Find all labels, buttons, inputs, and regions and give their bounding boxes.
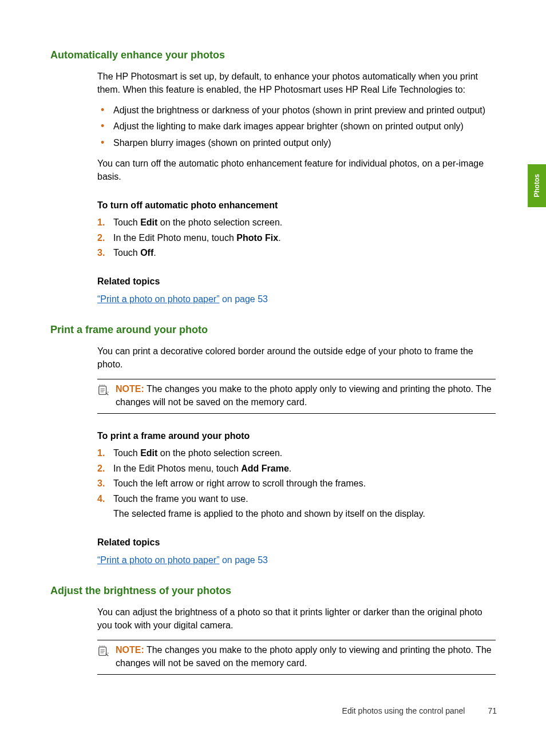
section-brightness: Adjust the brightness of your photos You… <box>50 584 496 675</box>
section-brightness-body: You can adjust the brightness of a photo… <box>97 606 496 675</box>
step-item: Touch Edit on the photo selection screen… <box>97 216 496 229</box>
chapter-tab-label: Photos <box>532 174 542 197</box>
frame-proc-title: To print a frame around your photo <box>97 430 496 442</box>
chapter-tab: Photos <box>528 164 546 207</box>
note-text: The changes you make to the photo apply … <box>116 384 492 406</box>
section-title-brightness: Adjust the brightness of your photos <box>50 584 496 598</box>
page-footer: Edit photos using the control panel 71 <box>342 706 497 717</box>
step-item: Touch Off. <box>97 247 496 259</box>
related-link[interactable]: “Print a photo on photo paper” <box>97 555 219 565</box>
step-item: In the Edit Photo menu, touch Photo Fix. <box>97 232 496 244</box>
step-item: In the Edit Photos menu, touch Add Frame… <box>97 462 496 475</box>
list-item: Sharpen blurry images (shown on printed … <box>97 137 496 149</box>
section-frame: Print a frame around your photo You can … <box>50 323 496 567</box>
section-enhance-body: The HP Photosmart is set up, by default,… <box>97 70 496 306</box>
related-link-suffix: on page 53 <box>219 294 268 304</box>
note-icon <box>97 645 110 658</box>
step-extra: The selected frame is applied to the pho… <box>97 508 496 520</box>
enhance-steps: Touch Edit on the photo selection screen… <box>97 216 496 259</box>
section-title-frame: Print a frame around your photo <box>50 323 496 337</box>
enhance-related-link-row: “Print a photo on photo paper” on page 5… <box>97 293 496 306</box>
frame-related-title: Related topics <box>97 536 496 549</box>
section-title-enhance: Automatically enhance your photos <box>50 48 496 62</box>
note-box: NOTE: The changes you make to the photo … <box>97 379 496 414</box>
enhance-related-title: Related topics <box>97 275 496 288</box>
enhance-intro: The HP Photosmart is set up, by default,… <box>97 70 496 96</box>
list-item: Adjust the lighting to make dark images … <box>97 120 496 133</box>
frame-steps: Touch Edit on the photo selection screen… <box>97 447 496 505</box>
note-box: NOTE: The changes you make to the photo … <box>97 640 496 675</box>
note-text: The changes you make to the photo apply … <box>116 645 492 667</box>
section-enhance: Automatically enhance your photos The HP… <box>50 48 496 306</box>
step-item: Touch the frame you want to use. <box>97 493 496 505</box>
page-number: 71 <box>488 706 497 717</box>
enhance-proc-title: To turn off automatic photo enhancement <box>97 199 496 212</box>
footer-text: Edit photos using the control panel <box>342 706 465 717</box>
note-icon <box>97 384 110 397</box>
enhance-bullets: Adjust the brightness or darkness of you… <box>97 104 496 149</box>
frame-related-link-row: “Print a photo on photo paper” on page 5… <box>97 554 496 567</box>
page-content: Automatically enhance your photos The HP… <box>0 0 546 675</box>
step-item: Touch the left arrow or right arrow to s… <box>97 477 496 490</box>
related-link[interactable]: “Print a photo on photo paper” <box>97 294 219 304</box>
brightness-intro: You can adjust the brightness of a photo… <box>97 606 496 632</box>
list-item: Adjust the brightness or darkness of you… <box>97 104 496 117</box>
step-item: Touch Edit on the photo selection screen… <box>97 447 496 460</box>
note-label: NOTE: <box>116 645 144 655</box>
note-label: NOTE: <box>116 384 144 394</box>
enhance-after: You can turn off the automatic photo enh… <box>97 157 496 183</box>
frame-intro: You can print a decorative colored borde… <box>97 345 496 371</box>
related-link-suffix: on page 53 <box>219 555 268 565</box>
section-frame-body: You can print a decorative colored borde… <box>97 345 496 567</box>
